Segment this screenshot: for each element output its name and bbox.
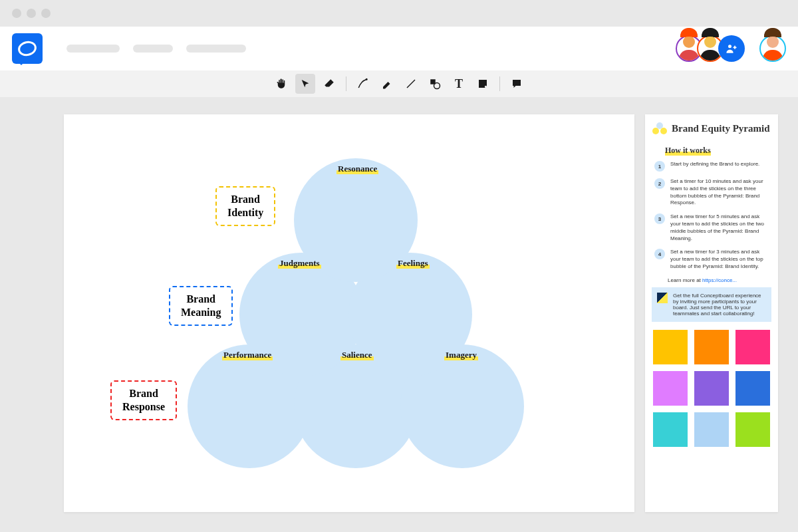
note-icon	[477, 78, 489, 90]
step-number: 1	[654, 161, 665, 172]
pen-tool[interactable]	[353, 74, 373, 94]
side-label-response: BrandResponse	[110, 380, 177, 420]
shape-tool[interactable]	[425, 74, 445, 94]
sticky-swatch[interactable]	[653, 330, 688, 364]
pyramid-icon	[652, 122, 668, 134]
text-tool[interactable]: T	[449, 74, 469, 94]
step: 3Set a new timer for 5 minutes and ask y…	[652, 213, 771, 242]
side-label-identity: BrandIdentity	[215, 186, 275, 226]
window-dot	[27, 9, 36, 18]
marker-icon	[381, 78, 393, 90]
people-plus-icon	[725, 42, 738, 55]
shapes-icon	[429, 78, 441, 90]
breadcrumb-placeholder	[133, 45, 173, 53]
line-icon	[405, 78, 417, 90]
step-number: 4	[654, 249, 665, 259]
top-bar	[0, 27, 798, 70]
step-number: 2	[654, 178, 665, 189]
sticky-palette	[652, 329, 771, 448]
window-dot	[41, 9, 51, 18]
tip-icon	[657, 293, 668, 303]
comment-tool[interactable]	[507, 74, 527, 94]
canvas[interactable]: Resonance Judgments Feelings Performance…	[64, 114, 634, 512]
bubble-label: Imagery	[444, 350, 478, 360]
sticky-tool[interactable]	[473, 74, 493, 94]
sticky-swatch[interactable]	[694, 371, 729, 406]
bubble-label: Performance	[222, 350, 273, 360]
step-text: Set a new timer for 3 minutes and ask yo…	[670, 249, 769, 270]
step: 1Start by defining the Brand to explore.	[652, 161, 771, 172]
side-label-meaning: BrandMeaning	[169, 286, 233, 326]
side-panel: Brand Equity Pyramid How it works 1Start…	[645, 114, 778, 512]
tip-box: Get the full Conceptboard experience by …	[652, 287, 771, 322]
breadcrumb-placeholder	[66, 45, 120, 53]
sticky-swatch[interactable]	[653, 371, 688, 406]
current-user-avatar[interactable]	[759, 35, 786, 62]
learn-more-link[interactable]: https://conce...	[702, 277, 737, 283]
text-icon: T	[455, 77, 463, 91]
bubble-label: Salience	[340, 350, 374, 360]
step-text: Set a new timer for 5 minutes and ask yo…	[670, 213, 769, 242]
learn-more: Learn more at https://conce...	[668, 277, 771, 283]
window-dot	[12, 9, 21, 18]
step: 2Set a timer for 10 minutes and ask your…	[652, 178, 771, 207]
eraser-tool[interactable]	[319, 74, 339, 94]
hand-tool[interactable]	[271, 74, 291, 94]
select-tool[interactable]	[295, 74, 315, 94]
bubble-label: Judgments	[278, 258, 321, 269]
step-text: Start by defining the Brand to explore.	[670, 161, 759, 168]
toolbar: T	[0, 70, 798, 97]
breadcrumb-placeholder	[186, 45, 246, 53]
step: 4Set a new timer for 3 minutes and ask y…	[652, 249, 771, 270]
hand-icon	[275, 78, 287, 90]
browser-chrome	[0, 0, 798, 27]
svg-point-3	[434, 83, 440, 89]
sticky-swatch[interactable]	[653, 412, 688, 447]
step-text: Set a timer for 10 minutes and ask your …	[670, 178, 769, 207]
marker-tool[interactable]	[377, 74, 397, 94]
panel-title: Brand Equity Pyramid	[652, 122, 771, 139]
invite-button[interactable]	[718, 35, 745, 62]
sticky-swatch[interactable]	[694, 330, 729, 364]
how-it-works-title: How it works	[665, 146, 711, 156]
comment-icon	[511, 78, 523, 90]
app-logo[interactable]	[12, 33, 43, 64]
step-number: 3	[654, 213, 665, 224]
bubble-label: Resonance	[336, 164, 378, 174]
tip-text: Get the full Conceptboard experience by …	[673, 293, 766, 317]
sticky-swatch[interactable]	[735, 330, 770, 364]
cursor-icon	[300, 78, 311, 89]
bubble-label: Feelings	[396, 258, 430, 269]
sticky-swatch[interactable]	[735, 371, 770, 406]
sticky-swatch[interactable]	[694, 412, 729, 447]
line-tool[interactable]	[401, 74, 421, 94]
svg-point-1	[366, 79, 368, 80]
svg-point-0	[728, 45, 732, 48]
eraser-icon	[323, 78, 335, 90]
pen-icon	[357, 78, 369, 90]
sticky-swatch[interactable]	[735, 412, 770, 447]
